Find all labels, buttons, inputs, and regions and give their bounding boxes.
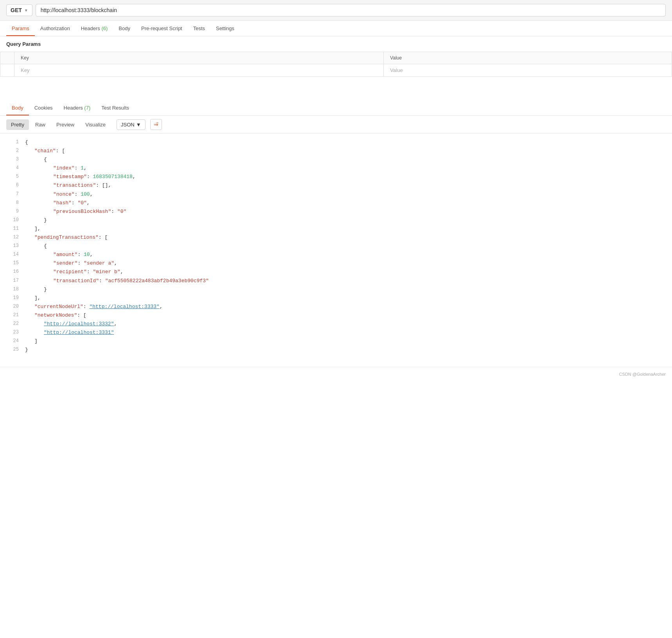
format-label: JSON <box>121 122 135 128</box>
params-value-input[interactable]: Value <box>384 64 672 77</box>
resp-tab-cookies[interactable]: Cookies <box>29 100 58 115</box>
code-line: 22"http://localhost:3332", <box>0 320 672 328</box>
fmt-pretty[interactable]: Pretty <box>6 119 29 130</box>
line-content: "previousBlockHash": "0" <box>25 207 666 216</box>
method-select[interactable]: GET ▼ <box>6 4 32 16</box>
resp-tab-testresults[interactable]: Test Results <box>96 100 135 115</box>
code-line: 17"transactionId": "acf55058222a483abf2b… <box>0 277 672 285</box>
line-content: { <box>25 155 666 164</box>
code-line: 1{ <box>0 138 672 147</box>
line-number: 14 <box>6 251 19 258</box>
line-content: { <box>25 242 666 251</box>
line-number: 24 <box>6 337 19 345</box>
params-checkbox-col-header <box>0 52 14 64</box>
fmt-preview[interactable]: Preview <box>52 119 79 130</box>
line-content: "networkNodes": [ <box>25 311 666 320</box>
line-number: 16 <box>6 268 19 276</box>
code-line: 24] <box>0 337 672 346</box>
code-line: 18} <box>0 285 672 294</box>
line-content: "recipient": "miner b", <box>25 268 666 276</box>
fmt-visualize[interactable]: Visualize <box>81 119 110 130</box>
code-line: 25} <box>0 346 672 354</box>
line-number: 7 <box>6 190 19 198</box>
wrap-icon: ⇒⃗ <box>154 121 158 128</box>
line-content: "index": 1, <box>25 164 666 173</box>
code-line: 11], <box>0 225 672 233</box>
request-response-spacer <box>0 77 672 100</box>
code-line: 2"chain": [ <box>0 147 672 155</box>
line-number: 6 <box>6 181 19 189</box>
line-number: 19 <box>6 294 19 302</box>
line-number: 8 <box>6 199 19 207</box>
line-number: 21 <box>6 311 19 319</box>
code-line: 5"timestamp": 1683507138418, <box>0 173 672 181</box>
line-content: "http://localhost:3331" <box>25 328 666 337</box>
params-empty-row: Key Value <box>0 64 672 77</box>
tab-prerequest[interactable]: Pre-request Script <box>136 21 188 36</box>
line-content: { <box>25 138 666 147</box>
tab-body[interactable]: Body <box>113 21 136 36</box>
code-line: 13{ <box>0 242 672 251</box>
params-table: Key Value Key Value <box>0 52 672 77</box>
tab-params[interactable]: Params <box>6 21 35 36</box>
line-number: 2 <box>6 147 19 155</box>
line-content: "transactionId": "acf55058222a483abf2b49… <box>25 277 666 285</box>
line-number: 12 <box>6 233 19 241</box>
line-number: 9 <box>6 207 19 215</box>
code-line: 6"transactions": [], <box>0 181 672 190</box>
code-line: 10} <box>0 216 672 225</box>
line-number: 4 <box>6 164 19 172</box>
tab-authorization[interactable]: Authorization <box>35 21 75 36</box>
line-content: } <box>25 346 666 354</box>
line-content: "timestamp": 1683507138418, <box>25 173 666 181</box>
format-chevron: ▼ <box>136 122 141 128</box>
code-line: 16"recipient": "miner b", <box>0 268 672 276</box>
line-content: "hash": "0", <box>25 199 666 207</box>
line-number: 1 <box>6 138 19 146</box>
line-content: ], <box>25 294 666 303</box>
tab-tests[interactable]: Tests <box>188 21 210 36</box>
code-line: 14"amount": 10, <box>0 251 672 259</box>
line-number: 18 <box>6 285 19 293</box>
footer-text: CSDN @GoldenaArcher <box>619 372 666 377</box>
footer: CSDN @GoldenaArcher <box>0 367 672 381</box>
line-content: "transactions": [], <box>25 181 666 190</box>
format-select[interactable]: JSON ▼ <box>117 119 146 130</box>
url-input[interactable] <box>36 4 666 16</box>
code-line: 12"pendingTransactions": [ <box>0 233 672 242</box>
line-number: 13 <box>6 242 19 250</box>
code-line: 3{ <box>0 155 672 164</box>
line-content: "pendingTransactions": [ <box>25 233 666 242</box>
code-line: 15"sender": "sender a", <box>0 259 672 268</box>
fmt-raw[interactable]: Raw <box>31 119 50 130</box>
resp-tab-body[interactable]: Body <box>6 100 29 115</box>
wrap-button[interactable]: ⇒⃗ <box>150 119 162 130</box>
line-content: "sender": "sender a", <box>25 259 666 268</box>
line-number: 25 <box>6 346 19 353</box>
line-content: "nonce": 100, <box>25 190 666 199</box>
line-number: 15 <box>6 259 19 267</box>
params-key-col-header: Key <box>14 52 384 64</box>
params-key-input[interactable]: Key <box>14 64 384 77</box>
resp-tab-headers[interactable]: Headers (7) <box>58 100 96 115</box>
params-value-col-header: Value <box>384 52 672 64</box>
code-line: 9"previousBlockHash": "0" <box>0 207 672 216</box>
url-bar: GET ▼ <box>0 0 672 21</box>
code-line: 7"nonce": 100, <box>0 190 672 199</box>
line-number: 11 <box>6 225 19 232</box>
line-number: 17 <box>6 277 19 285</box>
tab-settings[interactable]: Settings <box>210 21 240 36</box>
method-label: GET <box>11 7 22 13</box>
line-content: ], <box>25 225 666 233</box>
request-tabs: Params Authorization Headers (6) Body Pr… <box>0 21 672 36</box>
code-line: 20"currentNodeUrl": "http://localhost:33… <box>0 303 672 311</box>
tab-headers[interactable]: Headers (6) <box>75 21 113 36</box>
line-number: 22 <box>6 320 19 328</box>
line-content: "currentNodeUrl": "http://localhost:3333… <box>25 303 666 311</box>
line-content: } <box>25 285 666 294</box>
code-line: 4"index": 1, <box>0 164 672 173</box>
method-chevron: ▼ <box>24 8 28 13</box>
line-content: } <box>25 216 666 225</box>
line-number: 3 <box>6 155 19 163</box>
response-body-code: 1{2"chain": [3{4"index": 1,5"timestamp":… <box>0 133 672 359</box>
